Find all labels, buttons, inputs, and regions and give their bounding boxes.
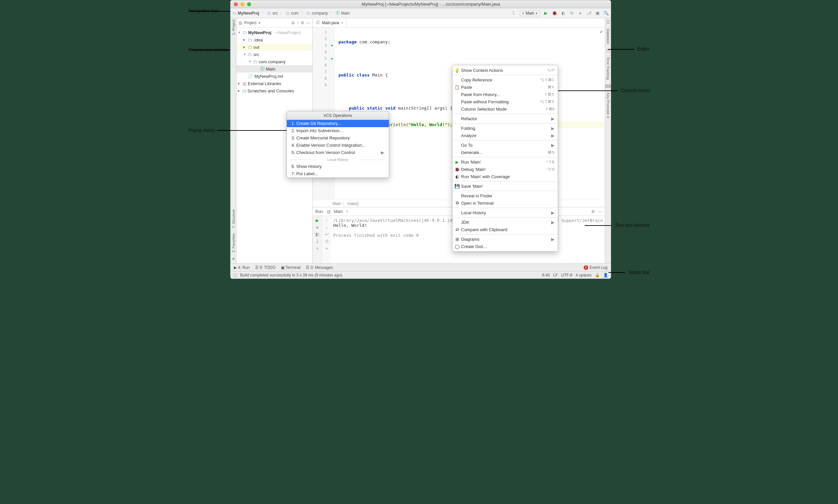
todo-tab[interactable]: ☰ 6: TODO [255,265,275,270]
popup-item[interactable]: 5. Checkout from Version Control▶ [287,149,389,156]
context-menu-item[interactable]: Refactor▶ [452,115,558,122]
popup-item[interactable]: 2. Import into Subversion... [287,127,389,134]
context-menu-item[interactable]: ⊞Diagrams▶ [452,235,558,243]
context-menu-item[interactable]: Analyze▶ [452,132,558,139]
bottom-tool-tabs: ▶ 4: Run ☰ 6: TODO ▣ Terminal ☰ 0: Messa… [231,263,611,271]
breadcrumb[interactable]: 🗀 MyNewProj 🗀 src 🗀 com 🗀 company Ⓒ Main [233,10,350,16]
context-menu-item[interactable]: Reveal in Finder [452,192,558,199]
context-menu-item[interactable]: Folding▶ [452,125,558,132]
status-icon[interactable]: ▢ [233,273,237,277]
gear-icon[interactable]: ⚙ [591,209,595,214]
project-tool-button[interactable]: 1: Project [232,18,235,36]
popup-item[interactable]: 7. Put Label... [287,170,389,178]
profile-icon[interactable]: ↻ [569,11,574,16]
context-menu-item[interactable]: Column Selection Mode⇧⌘8 [452,105,558,113]
favorites-tool-button[interactable]: 2: Favorites [232,232,235,254]
callout-label: Popup menu [189,127,215,133]
layout-icon[interactable]: ▣ [595,11,600,16]
build-icon[interactable]: ⤵ [511,11,516,16]
search-icon[interactable]: 🔍 [604,11,609,16]
locate-icon[interactable]: ⊕ [291,20,295,25]
minimize-window-button[interactable] [240,2,245,6]
stop-icon[interactable]: ■ [578,11,583,16]
context-menu-item[interactable]: Paste without Formatting⌥⇧⌘V [452,98,558,105]
context-menu-item[interactable]: Paste from History...⇧⌘V [452,91,558,98]
callout-label: Status bar [628,270,649,275]
context-menu-item[interactable]: 📋Paste⌘V [452,84,558,91]
context-menu-item[interactable]: 💡Show Context Actions⌥⏎ [452,67,558,74]
editor-context-menu: 💡Show Context Actions⌥⏎Copy Reference⌥⇧⌘… [452,65,558,252]
indent[interactable]: 4 spaces [576,273,592,277]
editor-tabs: Ⓒ Main.java × [313,18,605,28]
run-config-dropdown[interactable]: ≡ Main ▾ [520,10,540,16]
line-ending[interactable]: LF [553,273,558,277]
folder-icon: 🗀 [267,11,271,16]
popup-item[interactable]: 4. Enable Version Control Integration... [287,142,389,149]
caret-position[interactable]: 6:45 [542,273,550,277]
context-menu-item[interactable]: 🐞Debug 'Main'^⇧D [452,166,558,173]
debug-icon[interactable]: 🐞 [552,11,557,16]
exit-icon[interactable]: ⤓ [316,239,319,244]
close-icon[interactable]: × [341,20,343,25]
popup-item[interactable]: 6. Show History [287,163,389,170]
context-menu-item[interactable]: JDK▶ [452,219,558,226]
class-icon: Ⓒ [316,20,320,25]
event-log-button[interactable]: 2 Event Log [584,265,607,270]
context-menu-item[interactable]: Generate...⌘N [452,149,558,156]
popup-item[interactable]: 1. Create Git Repository... [287,120,389,127]
gear-icon[interactable]: ⚙ [301,20,304,25]
editor-tab[interactable]: Ⓒ Main.java × [313,18,347,27]
status-message: Build completed successfully in 3 s 39 m… [240,273,342,277]
context-menu-item[interactable]: ◐Run 'Main' with Coverage [452,173,558,180]
right-tool-strip: ☰ Database ◷ Time Tracking ⌨ Key Promote… [605,18,611,263]
down-icon[interactable]: ↓ [326,225,328,230]
folder-icon: 🗀 [286,11,290,16]
run-icon[interactable]: ▶ [543,11,549,16]
close-icon[interactable]: × [346,209,348,214]
navigation-bar: 🗀 MyNewProj 🗀 src 🗀 com 🗀 company Ⓒ Main… [231,8,611,18]
zoom-window-button[interactable] [247,2,251,6]
camera-icon[interactable]: ◧ [315,232,319,237]
expand-icon[interactable]: ↕ [297,20,299,25]
folder-icon: 🗀 [233,11,236,16]
context-menu-item[interactable]: Local History▶ [452,209,558,216]
folder-icon: 🗀 [306,11,310,16]
callout-label: Context menu [621,88,649,93]
structure-tool-button[interactable]: 7: Structure [232,208,235,230]
titlebar: MyNewProj [~/IdeaProjects/MyNewProj] - .… [231,0,611,8]
callout-label: Navigation bar [189,8,218,13]
time-tracking-tool-button[interactable]: Time Tracking [606,56,610,81]
hat-icon[interactable]: 👤 [603,273,608,277]
popup-item[interactable]: 3. Create Mercurial Repository [287,134,389,142]
callout-label: Run tool window [616,222,649,228]
hide-icon[interactable]: — [598,209,602,214]
callout-label: Editor [637,47,649,52]
rerun-icon[interactable]: ▶ [316,218,319,223]
context-menu-item[interactable]: ⇄Compare with Clipboard [452,226,558,233]
terminal-tab[interactable]: ▣ Terminal [281,265,300,270]
coverage-icon[interactable]: ◐ [560,11,566,16]
print-icon[interactable]: ⎙ [326,239,328,244]
left-tool-strip: 1: Project 7: Structure 2: Favorites ★ [231,18,236,263]
context-menu-item[interactable]: Go To▶ [452,141,558,149]
context-menu-item[interactable]: Copy Reference⌥⇧⌘C [452,76,558,84]
window-title: MyNewProj [~/IdeaProjects/MyNewProj] - .… [251,2,611,7]
context-menu-item[interactable]: 💾Save 'Main' [452,182,558,190]
up-icon[interactable]: ↑ [326,218,328,223]
encoding[interactable]: UTF-8 [561,273,572,277]
database-tool-button[interactable]: Database [606,27,610,46]
class-icon: Ⓒ [336,10,340,16]
wrap-icon[interactable]: ↩ [325,232,328,237]
stop-icon[interactable]: ■ [316,225,319,230]
lock-icon[interactable]: 🔒 [595,273,600,277]
hide-icon[interactable]: — [306,20,310,25]
run-tab[interactable]: ▶ 4: Run [234,265,250,270]
close-window-button[interactable] [234,2,238,6]
run-toolbar-2: ↑ ↓ ↩ ⎙ » [322,216,331,263]
messages-tab[interactable]: ☰ 0: Messages [306,265,333,270]
key-promoter-tool-button[interactable]: Key Promoter X [606,91,610,120]
context-menu-item[interactable]: ◯Create Gist... [452,243,558,250]
vcs-icon[interactable]: ⎇ [586,11,592,16]
context-menu-item[interactable]: ⧉Open in Terminal [452,199,558,206]
context-menu-item[interactable]: ▶Run 'Main'^⇧R [452,158,558,166]
